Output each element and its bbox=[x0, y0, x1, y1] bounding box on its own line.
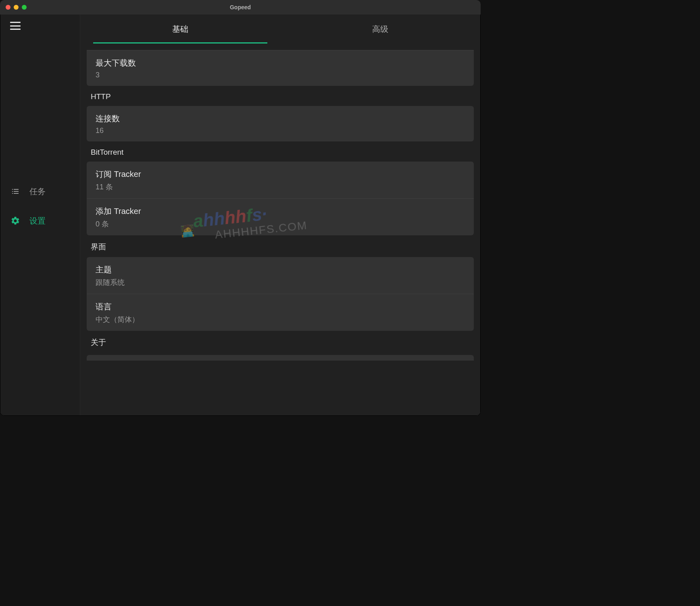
gear-icon bbox=[10, 216, 21, 226]
list-icon bbox=[10, 186, 21, 197]
sidebar-item-tasks[interactable]: 任务 bbox=[0, 181, 80, 203]
app-window: Gopeed 任务 设置 bbox=[0, 0, 481, 416]
setting-max-downloads[interactable]: 最大下载数 3 bbox=[87, 50, 474, 86]
minimize-window-button[interactable] bbox=[14, 5, 19, 10]
tab-label: 基础 bbox=[172, 24, 188, 35]
setting-connections[interactable]: 连接数 16 bbox=[87, 106, 474, 141]
main-panel: 基础 高级 最大下载数 3 HTTP 连接数 16 bbox=[80, 15, 480, 415]
sidebar-item-label: 设置 bbox=[29, 216, 46, 226]
setting-subscribe-tracker[interactable]: 订阅 Tracker 11 条 bbox=[87, 162, 474, 198]
setting-label: 连接数 bbox=[96, 113, 465, 124]
setting-add-tracker[interactable]: 添加 Tracker 0 条 bbox=[87, 198, 474, 235]
setting-value: 16 bbox=[96, 127, 465, 135]
settings-content: 最大下载数 3 HTTP 连接数 16 BitTorrent 订阅 Tracke… bbox=[80, 44, 480, 415]
setting-value: 中文（简体） bbox=[96, 315, 465, 324]
close-window-button[interactable] bbox=[6, 5, 10, 10]
http-card: 连接数 16 bbox=[87, 106, 474, 141]
tab-label: 高级 bbox=[372, 24, 388, 35]
setting-label: 主题 bbox=[96, 264, 465, 275]
app-body: 任务 设置 基础 高级 bbox=[0, 15, 481, 416]
hamburger-icon bbox=[10, 22, 21, 30]
setting-label: 语言 bbox=[96, 301, 465, 312]
general-card: 最大下载数 3 bbox=[87, 50, 474, 86]
section-header-about: 关于 bbox=[87, 331, 474, 353]
setting-language[interactable]: 语言 中文（简体） bbox=[87, 294, 474, 331]
window-controls bbox=[6, 5, 27, 10]
section-header-bittorrent: BitTorrent bbox=[87, 141, 474, 162]
maximize-window-button[interactable] bbox=[22, 5, 27, 10]
setting-label: 订阅 Tracker bbox=[96, 169, 465, 180]
tabs: 基础 高级 bbox=[80, 15, 480, 44]
titlebar: Gopeed bbox=[0, 0, 481, 15]
tab-basic[interactable]: 基础 bbox=[80, 15, 280, 44]
bittorrent-card: 订阅 Tracker 11 条 添加 Tracker 0 条 bbox=[87, 162, 474, 235]
sidebar-spacer-bottom bbox=[0, 232, 80, 416]
setting-label: 最大下载数 bbox=[96, 58, 465, 68]
section-header-ui: 界面 bbox=[87, 235, 474, 257]
window-title: Gopeed bbox=[230, 4, 251, 10]
section-header-http: HTTP bbox=[87, 86, 474, 106]
setting-value: 11 条 bbox=[96, 182, 465, 192]
setting-value: 3 bbox=[96, 71, 465, 79]
sidebar-item-label: 任务 bbox=[29, 186, 46, 197]
menu-toggle-button[interactable] bbox=[0, 15, 80, 37]
sidebar-item-settings[interactable]: 设置 bbox=[0, 210, 80, 232]
setting-theme[interactable]: 主题 跟随系统 bbox=[87, 257, 474, 294]
setting-value: 0 条 bbox=[96, 219, 465, 229]
about-card bbox=[87, 355, 474, 361]
ui-card: 主题 跟随系统 语言 中文（简体） bbox=[87, 257, 474, 331]
setting-label: 添加 Tracker bbox=[96, 206, 465, 217]
sidebar: 任务 设置 bbox=[0, 15, 80, 415]
sidebar-items: 任务 设置 bbox=[0, 181, 80, 232]
tab-advanced[interactable]: 高级 bbox=[280, 15, 480, 44]
setting-value: 跟随系统 bbox=[96, 278, 465, 287]
